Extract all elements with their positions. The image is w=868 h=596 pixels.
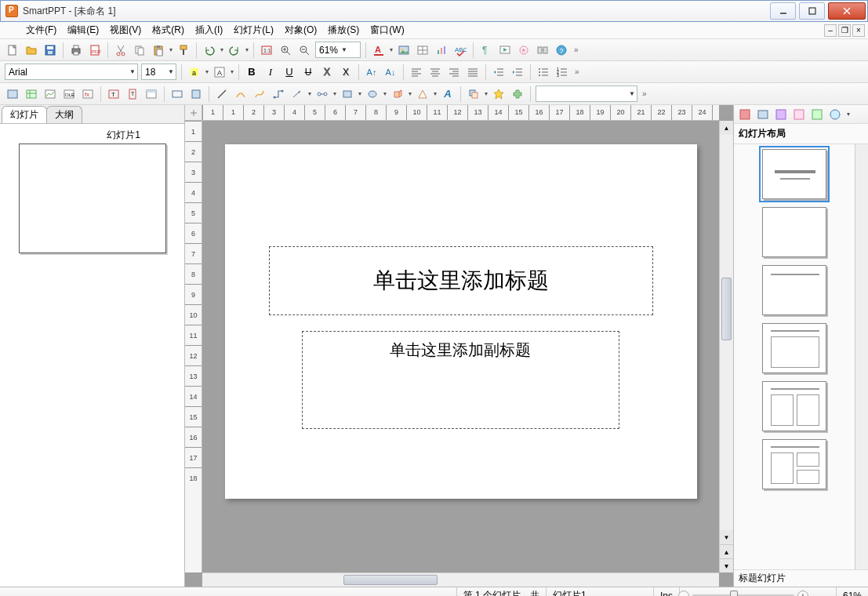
- properties-icon[interactable]: [738, 107, 752, 122]
- slideshow-button[interactable]: [496, 42, 514, 59]
- ellipse-tool-button[interactable]: [364, 85, 381, 103]
- undo-button[interactable]: [201, 42, 218, 59]
- menu-window[interactable]: 窗口(W): [365, 22, 409, 38]
- zoom-out-button[interactable]: [296, 42, 313, 59]
- insert-header-button[interactable]: [143, 85, 160, 103]
- minimize-button[interactable]: [770, 2, 796, 20]
- layout-item-6[interactable]: [762, 439, 826, 489]
- arrange-dropdown[interactable]: ▾: [483, 90, 489, 97]
- insert-vtext-frame-button[interactable]: T: [124, 85, 141, 103]
- new-button[interactable]: [4, 42, 21, 59]
- paste-dropdown[interactable]: ▾: [168, 46, 174, 53]
- arrange-button[interactable]: [465, 85, 482, 103]
- maximize-button[interactable]: [799, 2, 825, 20]
- ruler-corner[interactable]: [185, 105, 202, 121]
- zoom-plus-button[interactable]: +: [797, 591, 808, 597]
- drawing-toolbar-overflow[interactable]: »: [642, 89, 645, 98]
- insert-chart2-button[interactable]: [42, 85, 59, 103]
- thumbnail-1[interactable]: [19, 144, 166, 253]
- prev-slide-button[interactable]: ▴: [720, 544, 733, 558]
- highlight-button[interactable]: a: [186, 64, 203, 81]
- insert-table-button[interactable]: [414, 42, 431, 59]
- menu-play[interactable]: 播放(S): [322, 22, 365, 38]
- undo-dropdown[interactable]: ▾: [219, 46, 225, 53]
- highlight-dropdown[interactable]: ▾: [204, 68, 210, 75]
- menu-format[interactable]: 格式(R): [147, 22, 190, 38]
- connector2-button[interactable]: [314, 85, 331, 103]
- strikethrough-button[interactable]: U: [300, 64, 317, 81]
- font-color-button[interactable]: A: [370, 42, 387, 59]
- freeform-tool-button[interactable]: [251, 85, 268, 103]
- print-button[interactable]: [67, 42, 85, 59]
- status-zoom-value[interactable]: 61%: [836, 587, 868, 596]
- paste-button[interactable]: [150, 42, 167, 59]
- rect-tool-button[interactable]: [339, 85, 356, 103]
- spell-check-button[interactable]: ABC: [452, 42, 469, 59]
- align-right-button[interactable]: [445, 64, 463, 81]
- shape-style-combo[interactable]: ▼: [536, 85, 637, 102]
- increase-indent-button[interactable]: [509, 64, 526, 81]
- redo-dropdown[interactable]: ▾: [244, 46, 250, 53]
- scroll-up-button[interactable]: ▲: [720, 121, 733, 135]
- gallery-icon[interactable]: [810, 107, 824, 122]
- horizontal-ruler[interactable]: 1123456789101112131415161718192021222324…: [202, 105, 719, 121]
- redo-button[interactable]: [226, 42, 243, 59]
- font-name-combo[interactable]: Arial▼: [5, 64, 138, 80]
- insert-ole-button[interactable]: OLE: [60, 85, 78, 103]
- close-button[interactable]: [828, 2, 866, 20]
- bullets-button[interactable]: [535, 64, 552, 81]
- font-size-combo[interactable]: 18▼: [141, 64, 176, 80]
- vertical-ruler[interactable]: 123456789101112131415161718: [185, 121, 202, 572]
- actual-size-button[interactable]: 1:1: [258, 42, 275, 59]
- underline-button[interactable]: U: [281, 64, 298, 81]
- tab-outline[interactable]: 大纲: [46, 106, 82, 123]
- insert-chart-button[interactable]: [433, 42, 450, 59]
- increase-font-button[interactable]: A↑: [363, 64, 380, 81]
- open-button[interactable]: [23, 42, 40, 59]
- layout-item-1[interactable]: [762, 149, 826, 199]
- cut-button[interactable]: [112, 42, 129, 59]
- basic-shapes-button[interactable]: [414, 85, 431, 103]
- decrease-font-button[interactable]: A↓: [382, 64, 399, 81]
- insert-image-button[interactable]: [395, 42, 412, 59]
- star-button[interactable]: [490, 85, 507, 103]
- ellipse-dropdown[interactable]: ▾: [382, 90, 388, 97]
- insert-spreadsheet-button[interactable]: [23, 85, 40, 103]
- insert-formula-button[interactable]: fx: [79, 85, 96, 103]
- decrease-indent-button[interactable]: [490, 64, 507, 81]
- insert-textbox-button[interactable]: [169, 85, 186, 103]
- arrow-dropdown[interactable]: ▾: [307, 90, 313, 97]
- zoom-minus-button[interactable]: −: [678, 591, 689, 597]
- master-icon[interactable]: [756, 107, 770, 122]
- status-slide-name-input[interactable]: [553, 591, 647, 597]
- format-toolbar-overflow[interactable]: »: [575, 67, 578, 76]
- help-button[interactable]: ?: [553, 42, 570, 59]
- next-slide-button[interactable]: ▾: [720, 558, 733, 572]
- insert-slide-button[interactable]: [4, 85, 21, 103]
- layout-item-2[interactable]: [762, 207, 826, 257]
- font-color-dropdown[interactable]: ▾: [388, 46, 394, 53]
- vertical-scrollbar[interactable]: ▲ ▼ ▴ ▾: [719, 121, 733, 572]
- paragraph-marks-button[interactable]: ¶: [478, 42, 495, 59]
- outline-font-button[interactable]: X: [318, 64, 336, 81]
- menu-object[interactable]: 对象(O): [279, 22, 322, 38]
- basic-shapes-dropdown[interactable]: ▾: [432, 90, 438, 97]
- toolbar-overflow[interactable]: »: [574, 45, 577, 54]
- subtitle-placeholder[interactable]: 单击这里添加副标题: [302, 331, 619, 429]
- slide-canvas[interactable]: 单击这里添加标题 单击这里添加副标题: [225, 144, 697, 499]
- shadow-font-button[interactable]: X: [337, 64, 354, 81]
- char-bg-button[interactable]: A: [211, 64, 228, 81]
- status-ins[interactable]: Ins: [653, 587, 679, 596]
- title-placeholder[interactable]: 单击这里添加标题: [269, 246, 653, 315]
- save-button[interactable]: [42, 42, 59, 59]
- align-justify-button[interactable]: [464, 64, 481, 81]
- animation-panel-icon[interactable]: [774, 107, 788, 122]
- italic-button[interactable]: I: [262, 64, 279, 81]
- 3d-tool-button[interactable]: [389, 85, 406, 103]
- align-center-button[interactable]: [427, 64, 444, 81]
- tab-slides[interactable]: 幻灯片: [2, 106, 47, 123]
- export-pdf-button[interactable]: PDF: [86, 42, 104, 59]
- arrow-tool-button[interactable]: [289, 85, 306, 103]
- vscroll-thumb[interactable]: [721, 278, 732, 340]
- 3d-dropdown[interactable]: ▾: [407, 90, 413, 97]
